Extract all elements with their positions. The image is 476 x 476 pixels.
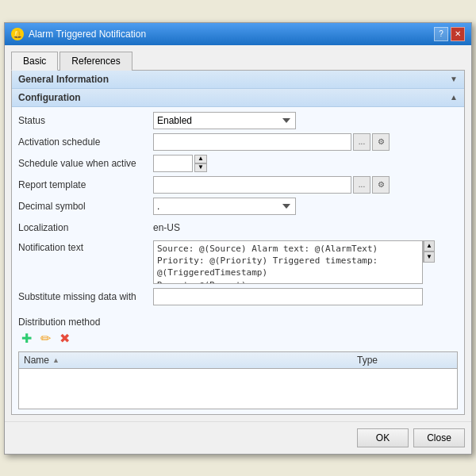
report-template-control: Null ... ⚙ xyxy=(153,176,458,194)
schedule-value-input[interactable]: 0 xyxy=(153,155,193,172)
add-distribution-button[interactable]: ✚ xyxy=(18,331,34,347)
title-bar-left: 🔔 Alarm Triggered Notification xyxy=(11,28,146,40)
close-button[interactable]: Close xyxy=(413,428,465,447)
substitute-missing-control xyxy=(153,288,458,305)
help-button[interactable]: ? xyxy=(434,27,448,41)
distribution-table-header: Name ▲ Type xyxy=(19,352,457,369)
decimal-symbol-select[interactable]: . , xyxy=(153,198,296,215)
dialog-footer: OK Close xyxy=(5,421,471,454)
schedule-value-spinner: ▲ ▼ xyxy=(194,155,207,172)
dialog-title: Alarm Triggered Notification xyxy=(29,29,146,40)
schedule-value-row: Schedule value when active 0 ▲ ▼ xyxy=(18,155,458,172)
general-info-arrow: ▼ xyxy=(450,75,458,83)
configuration-header[interactable]: Configuration ▲ xyxy=(12,89,464,107)
dialog: 🔔 Alarm Triggered Notification ? ✕ Basic… xyxy=(4,22,472,455)
status-control: Enabled Disabled xyxy=(153,112,458,129)
schedule-value-down-btn[interactable]: ▼ xyxy=(194,163,207,172)
localization-row: Localization en-US xyxy=(18,219,458,236)
activation-schedule-control: Null ... ⚙ xyxy=(153,133,458,151)
report-template-row: Report template Null ... ⚙ xyxy=(18,176,458,194)
alarm-icon: 🔔 xyxy=(11,28,24,40)
substitute-missing-input[interactable] xyxy=(153,288,423,305)
distribution-label: Distribution method xyxy=(18,317,458,328)
notification-text-scrollbar[interactable]: ▲ ▼ xyxy=(423,240,434,263)
tabs: Basic References xyxy=(11,52,465,71)
tab-basic[interactable]: Basic xyxy=(11,52,58,71)
decimal-symbol-label: Decimal symbol xyxy=(18,201,153,212)
col-name-header: Name ▲ xyxy=(24,355,357,366)
title-buttons: ? ✕ xyxy=(434,27,465,41)
notification-text-control: Source: @(Source) Alarm text: @(AlarmTex… xyxy=(153,240,434,284)
substitute-missing-row: Substitute missing data with xyxy=(18,288,458,305)
notification-text-row: Notification text Source: @(Source) Alar… xyxy=(18,240,458,284)
ok-button[interactable]: OK xyxy=(357,428,409,447)
general-info-label: General Information xyxy=(18,74,109,85)
status-row: Status Enabled Disabled xyxy=(18,112,458,129)
delete-distribution-button[interactable]: ✖ xyxy=(56,331,72,347)
configuration-arrow: ▲ xyxy=(450,93,458,102)
decimal-symbol-control: . , xyxy=(153,198,458,215)
activation-schedule-label: Activation schedule xyxy=(18,136,153,148)
window-close-button[interactable]: ✕ xyxy=(451,27,465,41)
report-template-config-btn[interactable]: ⚙ xyxy=(372,176,390,194)
sort-icon: ▲ xyxy=(52,356,60,364)
edit-distribution-button[interactable]: ✏ xyxy=(37,331,53,347)
schedule-value-control: 0 ▲ ▼ xyxy=(153,155,458,172)
status-label: Status xyxy=(18,115,153,126)
notification-text-label: Notification text xyxy=(18,240,153,253)
notification-text-input[interactable]: Source: @(Source) Alarm text: @(AlarmTex… xyxy=(153,240,423,284)
activation-schedule-input[interactable]: Null xyxy=(153,133,351,151)
report-template-browse-btn[interactable]: ... xyxy=(353,176,370,194)
tab-references[interactable]: References xyxy=(60,52,132,71)
localization-value: en-US xyxy=(153,222,180,233)
activation-schedule-browse-btn[interactable]: ... xyxy=(353,133,370,151)
tab-content: General Information ▼ Configuration ▲ St… xyxy=(11,71,465,415)
schedule-value-label: Schedule value when active xyxy=(18,158,153,169)
configuration-label: Configuration xyxy=(18,92,81,103)
activation-schedule-row: Activation schedule Null ... ⚙ xyxy=(18,133,458,151)
localization-control: en-US xyxy=(153,222,458,233)
scroll-down-btn[interactable]: ▼ xyxy=(424,251,435,263)
substitute-missing-label: Substitute missing data with xyxy=(18,291,153,302)
localization-label: Localization xyxy=(18,222,153,233)
distribution-table: Name ▲ Type xyxy=(18,351,458,409)
general-info-header[interactable]: General Information ▼ xyxy=(12,71,464,89)
status-select[interactable]: Enabled Disabled xyxy=(153,112,296,129)
configuration-content: Status Enabled Disabled Activation sched… xyxy=(12,107,464,313)
decimal-symbol-row: Decimal symbol . , xyxy=(18,198,458,215)
scroll-up-btn[interactable]: ▲ xyxy=(424,240,435,251)
distribution-table-body xyxy=(19,369,457,409)
title-bar: 🔔 Alarm Triggered Notification ? ✕ xyxy=(5,23,471,45)
schedule-value-up-btn[interactable]: ▲ xyxy=(194,155,207,163)
report-template-input[interactable]: Null xyxy=(153,176,351,194)
activation-schedule-config-btn[interactable]: ⚙ xyxy=(372,133,390,151)
dialog-body: Basic References General Information ▼ C… xyxy=(5,45,471,421)
distribution-section: Distribution method ✚ ✏ ✖ Name ▲ Type xyxy=(12,313,464,414)
col-type-header: Type xyxy=(357,355,452,366)
report-template-label: Report template xyxy=(18,179,153,190)
distribution-actions: ✚ ✏ ✖ xyxy=(18,331,458,347)
